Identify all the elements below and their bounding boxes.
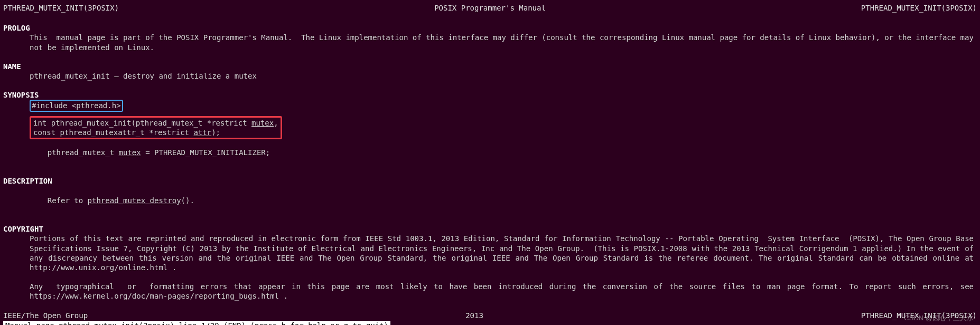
prolog-heading: PROLOG [0, 23, 980, 33]
include-directive: #include <pthread.h> [32, 101, 121, 110]
pager-status-bar[interactable]: Manual page pthread_mutex_init(3posix) l… [3, 321, 390, 325]
description-text: Refer to pthread_mutex_destroy(). [0, 186, 980, 215]
watermark-text: CSDN @因心，三人水 [904, 314, 974, 323]
func-line1-pre: int pthread_mutex_init(pthread_mutex_t *… [33, 119, 251, 127]
header-center: POSIX Programmer's Manual [434, 3, 546, 13]
description-heading: DESCRIPTION [0, 176, 980, 186]
copyright-para2: Any typographical or formatting errors t… [0, 282, 980, 301]
init-pre: pthread_mutex_t [48, 148, 119, 157]
footer-center: 2013 [465, 311, 483, 320]
func-line1-post: , [274, 119, 278, 127]
synopsis-heading: SYNOPSIS [0, 90, 980, 100]
func-param-attr: attr [193, 128, 211, 137]
func-line2-post: ); [211, 128, 220, 137]
initializer-line: pthread_mutex_t mutex = PTHREAD_MUTEX_IN… [0, 138, 980, 167]
prolog-text: This manual page is part of the POSIX Pr… [0, 33, 980, 52]
copyright-heading: COPYRIGHT [0, 224, 980, 234]
function-signature-highlight-box: int pthread_mutex_init(pthread_mutex_t *… [30, 116, 282, 139]
init-mutex: mutex [119, 148, 141, 157]
man-page-footer: IEEE/The Open Group 2013 PTHREAD_MUTEX_I… [0, 311, 980, 320]
copyright-para1: Portions of this text are reprinted and … [0, 234, 980, 272]
desc-link: pthread_mutex_destroy [88, 196, 181, 205]
header-right: PTHREAD_MUTEX_INIT(3POSIX) [861, 3, 977, 13]
man-page-header: PTHREAD_MUTEX_INIT(3POSIX) POSIX Program… [0, 1, 980, 14]
desc-pre: Refer to [48, 196, 88, 205]
init-post: = PTHREAD_MUTEX_INITIALIZER; [141, 148, 270, 157]
include-highlight-box: #include <pthread.h> [30, 100, 123, 111]
name-heading: NAME [0, 62, 980, 71]
name-text: pthread_mutex_init — destroy and initial… [0, 71, 980, 81]
func-param-mutex: mutex [251, 119, 274, 127]
footer-left: IEEE/The Open Group [3, 311, 88, 320]
header-left: PTHREAD_MUTEX_INIT(3POSIX) [3, 3, 119, 13]
desc-post: (). [181, 196, 194, 205]
func-line2-pre: const pthread_mutexattr_t *restrict [33, 128, 193, 137]
